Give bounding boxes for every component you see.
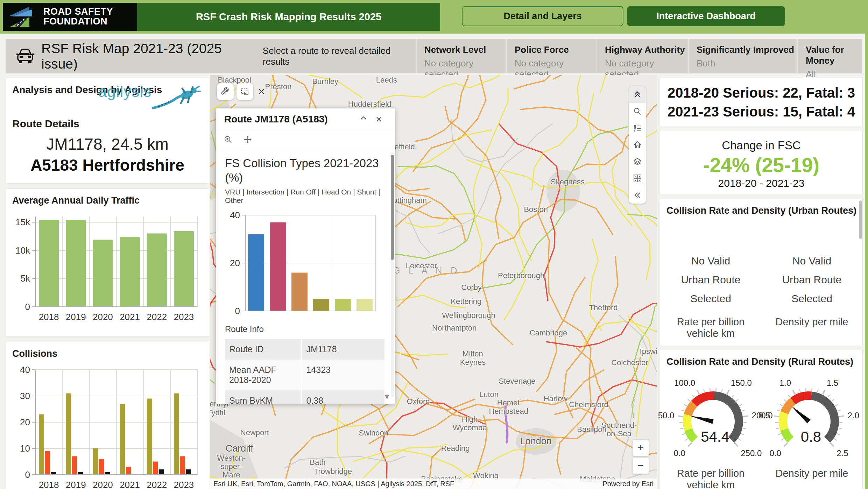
- panel-scrollbar-thumb[interactable]: [859, 200, 862, 239]
- svg-text:20: 20: [230, 258, 240, 268]
- popup-scrollbar-thumb[interactable]: [391, 155, 394, 260]
- collapse-left-icon[interactable]: [629, 187, 646, 204]
- select-region-icon: [240, 87, 249, 96]
- svg-text:15k: 15k: [15, 217, 30, 227]
- basemap-gallery-icon[interactable]: [629, 170, 646, 187]
- banner: RSF Crash Risk Mapping Results 2025: [137, 3, 440, 31]
- filter-police-force[interactable]: Police Force No category selected: [506, 39, 597, 73]
- interactive-dashboard-button[interactable]: Interactive Dashboard: [627, 6, 785, 26]
- route-info-heading: Route Info: [225, 324, 384, 334]
- dashboard-root: ROAD SAFETY FOUNDATION RSF Crash Risk Ma…: [0, 0, 868, 489]
- route-id-length: JM1178, 24.5 km: [6, 135, 209, 154]
- top-header: ROAD SAFETY FOUNDATION RSF Crash Risk Ma…: [0, 0, 868, 34]
- pan-icon[interactable]: [243, 135, 252, 144]
- svg-text:100.0: 100.0: [674, 378, 695, 388]
- route-popup-title: Route JM1178 (A5183): [224, 114, 328, 125]
- collapse-icon: [360, 114, 367, 122]
- filter-network-level[interactable]: Network Level No category selected: [416, 39, 506, 73]
- popup-chart-title: FS Collision Types 2021-2023 (%): [225, 156, 384, 185]
- info-label: Mean AADF 2018-2020: [225, 360, 301, 390]
- map-zoom-controls: + −: [633, 440, 649, 474]
- collisions-bar-chart: 010203040201820192020202120222023: [11, 364, 209, 489]
- agilysis-logo: agilysis: [98, 83, 204, 113]
- banner-title: RSF Crash Risk Mapping Results 2025: [196, 11, 381, 23]
- svg-text:150.0: 150.0: [731, 378, 752, 388]
- info-value: 0.38: [302, 390, 384, 404]
- attribution-text: Esri UK, Esri, TomTom, Garmin, FAO, NOAA…: [213, 480, 454, 488]
- urban-rate-message: No Valid Urban Route Selected: [660, 251, 761, 308]
- route-popup-header[interactable]: Route JM1178 (A5183) ×: [216, 108, 395, 130]
- select-region-button[interactable]: [237, 83, 253, 100]
- route-info-row: Mean AADF 2018-202014323: [225, 360, 384, 390]
- rural-density-caption: Density per mile: [761, 468, 862, 489]
- popup-collapse-button[interactable]: [356, 112, 371, 127]
- svg-text:20: 20: [20, 417, 30, 427]
- popup-scrollbar[interactable]: [391, 152, 394, 397]
- svg-text:0.0: 0.0: [673, 448, 685, 458]
- fsc-value: -24% (25-19): [660, 154, 862, 177]
- svg-text:1.5: 1.5: [827, 378, 838, 388]
- fsc-heading: Change in FSC: [660, 139, 862, 152]
- scroll-down-icon[interactable]: ▼: [383, 392, 391, 401]
- rsf-logo-arrows-icon: [8, 5, 40, 28]
- agilysis-gecko-icon: [151, 83, 204, 113]
- svg-text:2018: 2018: [39, 480, 59, 489]
- urban-panel-title: Collision Rate and Density (Urban Routes…: [660, 199, 862, 216]
- urban-rate-caption: Rate per billion vehicle km: [660, 316, 761, 339]
- map-side-toolbar: [629, 86, 646, 204]
- svg-text:10k: 10k: [15, 245, 30, 256]
- route-popup: Route JM1178 (A5183) × FS Collision Type…: [216, 108, 395, 404]
- info-value: 14323: [302, 360, 384, 390]
- svg-text:0: 0: [25, 469, 30, 480]
- rural-density-gauge: 0.00.51.01.52.02.50.8: [761, 373, 857, 467]
- page-subtitle: Select a route to reveal detailed result…: [263, 45, 416, 67]
- svg-text:54.4: 54.4: [701, 428, 729, 445]
- collisions-panel: Collisions 01020304020182019202020212022…: [6, 342, 209, 489]
- svg-text:2.0: 2.0: [848, 411, 859, 420]
- filter-significantly-improved[interactable]: Significantly Improved Both: [688, 39, 797, 73]
- info-value: JM1178: [302, 339, 384, 360]
- svg-text:0.8: 0.8: [801, 428, 821, 445]
- svg-text:2020: 2020: [93, 312, 113, 322]
- wrench-icon: [221, 87, 230, 96]
- collision-types-bar-chart: 02040: [225, 211, 384, 317]
- home-icon[interactable]: [629, 136, 646, 153]
- aadt-panel: Average Annual Daily Traffic 05k10k15k20…: [6, 189, 209, 337]
- popup-toolbar: [216, 130, 395, 149]
- layers-icon[interactable]: [629, 153, 646, 170]
- collapse-up-icon[interactable]: [629, 86, 646, 103]
- summary-2018-20: 2018-20 Serious: 22, Fatal: 3: [660, 83, 862, 102]
- zoom-in-button[interactable]: +: [633, 440, 649, 456]
- svg-text:0.5: 0.5: [758, 411, 770, 420]
- urban-rate-density-panel: Collision Rate and Density (Urban Routes…: [660, 199, 863, 345]
- rural-rate-gauge: 0.050.0100.0150.0200.0250.054.4: [665, 373, 761, 467]
- svg-text:2023: 2023: [174, 480, 194, 489]
- svg-text:40: 40: [230, 210, 240, 220]
- map-canvas[interactable]: BlackpoolPrestonBurnleyLeedsHuddersfield…: [210, 75, 657, 489]
- filter-value-for-money[interactable]: Value for Money All: [797, 39, 862, 73]
- svg-text:2023: 2023: [174, 312, 194, 322]
- rsf-logo-text: ROAD SAFETY FOUNDATION: [43, 7, 113, 26]
- svg-text:2021: 2021: [120, 480, 140, 489]
- zoom-out-button[interactable]: −: [633, 458, 649, 474]
- rural-rate-caption: Rate per billion vehicle km: [660, 468, 761, 489]
- legend-icon[interactable]: [629, 120, 646, 136]
- urban-density-caption: Density per mile: [761, 316, 862, 339]
- svg-text:5k: 5k: [21, 273, 30, 284]
- popup-content: FS Collision Types 2021-2023 (%) VRU | I…: [216, 149, 395, 404]
- detail-and-layers-button[interactable]: Detail and Layers: [462, 6, 623, 26]
- svg-text:0.0: 0.0: [769, 448, 781, 458]
- clear-selection-close-icon[interactable]: ×: [258, 85, 265, 98]
- powered-by-esri: Powered by Esri: [602, 480, 654, 488]
- zoom-to-icon[interactable]: [224, 135, 233, 144]
- info-label: Sum BvKM 2018-2020: [225, 390, 301, 404]
- sketch-tool-button[interactable]: [217, 83, 234, 100]
- svg-text:10: 10: [20, 443, 30, 454]
- svg-text:40: 40: [20, 364, 30, 375]
- popup-close-button[interactable]: ×: [371, 112, 387, 127]
- route-info-row: Route IDJM1178: [225, 339, 384, 360]
- search-icon[interactable]: [629, 103, 646, 120]
- svg-text:30: 30: [20, 391, 30, 401]
- filter-highway-authority[interactable]: Highway Authority No category selected: [597, 39, 688, 73]
- svg-text:50.0: 50.0: [658, 411, 675, 420]
